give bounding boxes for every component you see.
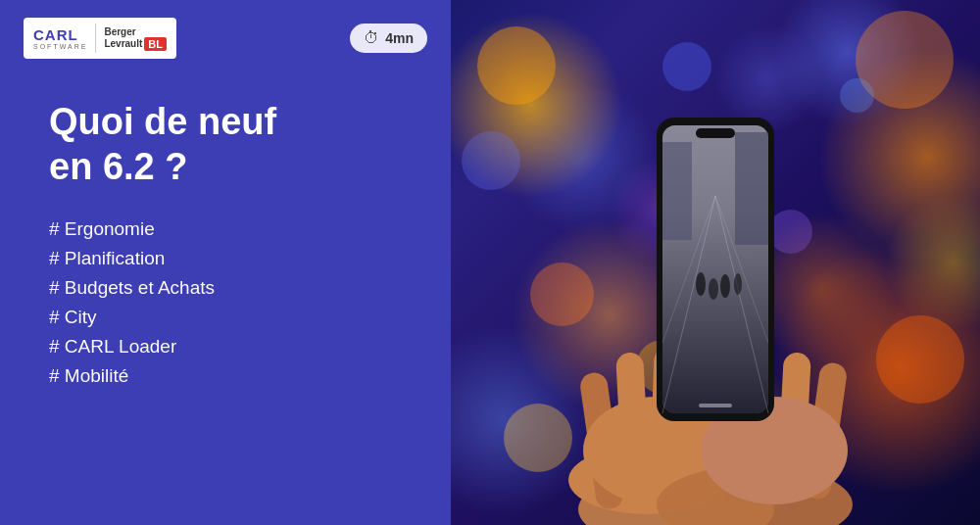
svg-rect-20 [662, 142, 692, 240]
berger-text: Berger [104, 26, 167, 37]
right-panel [451, 0, 980, 525]
carl-text: CARL [33, 26, 78, 43]
levrault-text: Levrault [104, 38, 142, 49]
hashtag-ergonomie: # Ergonomie [49, 218, 402, 240]
svg-rect-26 [696, 128, 735, 138]
title-line2: en 6.2 ? [49, 146, 188, 187]
page-title: Quoi de neuf en 6.2 ? [49, 100, 402, 189]
timer-icon: ⏱ [364, 29, 379, 47]
timer-label: 4mn [385, 30, 414, 46]
hashtag-planification: # Planification [49, 248, 402, 269]
hashtag-city: # City [49, 307, 402, 328]
main-title-section: Quoi de neuf en 6.2 ? [0, 71, 451, 209]
main-container: CARL SOFTWARE Berger Levrault BL ⏱ 4mn [0, 0, 980, 525]
hashtag-list: # Ergonomie # Planification # Budgets et… [0, 209, 451, 406]
title-line1: Quoi de neuf [49, 101, 276, 142]
svg-rect-27 [699, 404, 732, 407]
phone-hands-scene [451, 0, 980, 525]
left-panel: CARL SOFTWARE Berger Levrault BL ⏱ 4mn [0, 0, 451, 525]
timer-badge: ⏱ 4mn [350, 24, 427, 53]
svg-point-23 [709, 278, 718, 300]
header: CARL SOFTWARE Berger Levrault BL ⏱ 4mn [0, 0, 451, 71]
svg-rect-21 [735, 132, 768, 245]
svg-point-22 [696, 272, 706, 296]
logo: CARL SOFTWARE Berger Levrault BL [24, 18, 176, 59]
hashtag-mobilite: # Mobilité [49, 365, 402, 387]
svg-point-25 [734, 273, 742, 295]
svg-point-24 [720, 274, 730, 298]
software-text: SOFTWARE [33, 43, 87, 50]
hashtag-budgets: # Budgets et Achats [49, 277, 402, 299]
bl-badge: BL [144, 37, 167, 51]
hashtag-carl-loader: # CARL Loader [49, 336, 402, 358]
